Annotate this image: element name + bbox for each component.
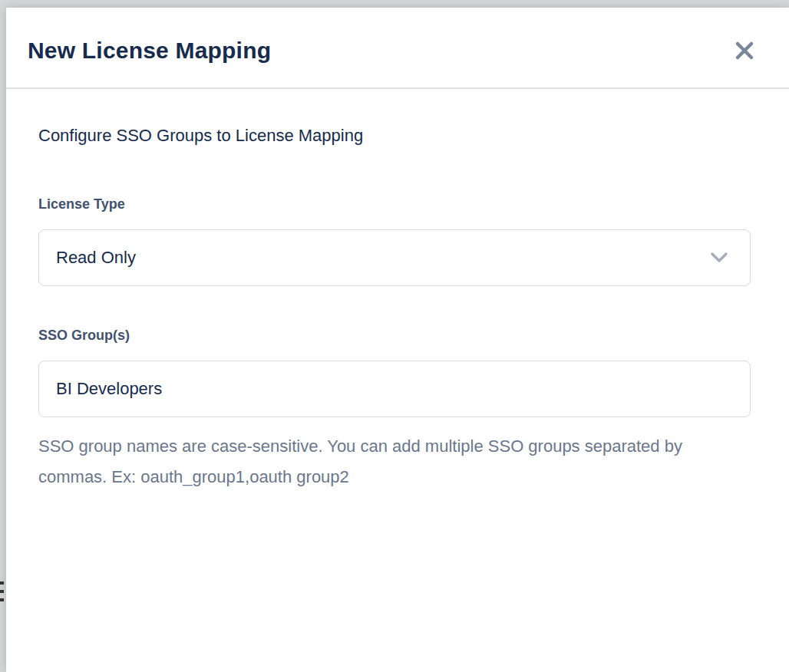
background-page-artifact (0, 581, 4, 601)
dialog-header: New License Mapping (6, 8, 789, 89)
x-close-icon (735, 41, 754, 61)
sso-groups-label: SSO Group(s) (38, 328, 751, 344)
sso-groups-help-text: SSO group names are case-sensitive. You … (38, 431, 683, 492)
new-license-mapping-dialog: New License Mapping Configure SSO Groups… (6, 8, 789, 672)
dialog-body: Configure SSO Groups to License Mapping … (6, 89, 789, 672)
license-type-selected-value: Read Only (56, 248, 136, 268)
dialog-description: Configure SSO Groups to License Mapping (38, 126, 751, 146)
chevron-down-icon (710, 252, 728, 264)
sso-groups-input[interactable] (38, 361, 751, 417)
close-button[interactable] (731, 37, 758, 64)
dialog-title: New License Mapping (28, 38, 271, 64)
license-type-label: License Type (38, 196, 751, 212)
license-type-select[interactable]: Read Only (38, 229, 751, 286)
